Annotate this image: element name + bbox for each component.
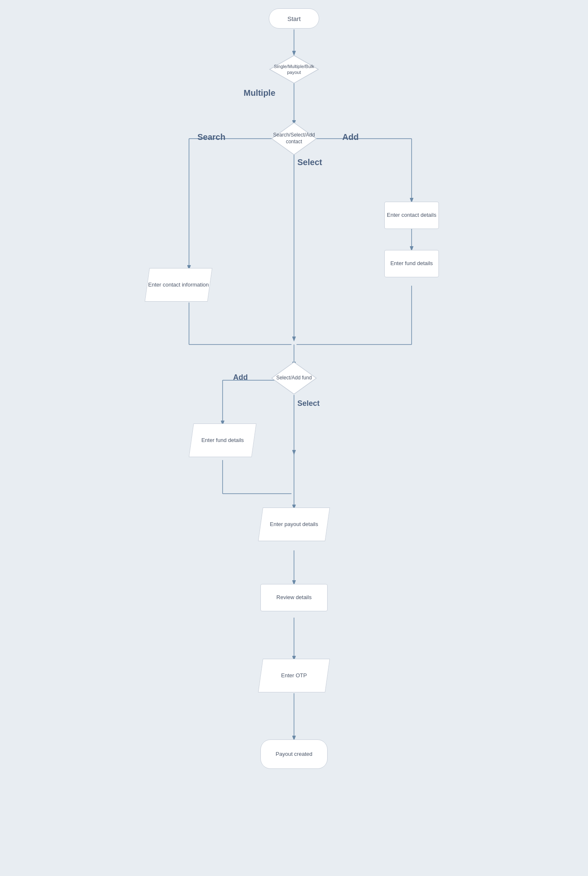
select-add-fund-diamond: Select/Add fund — [271, 361, 317, 395]
select-add-fund-label: Select/Add fund — [271, 361, 317, 395]
enter-fund-details-left-node: Enter fund details — [191, 424, 254, 457]
payout-created-node: Payout created — [260, 739, 328, 769]
enter-fund-details-left-label: Enter fund details — [192, 424, 254, 457]
enter-payout-details-node: Enter payout details — [260, 508, 328, 541]
select-branch-label: Select — [297, 158, 322, 167]
payout-type-diamond: Single/Multiple/Bulk payout — [269, 55, 319, 84]
enter-contact-info-node: Enter contact information — [147, 268, 210, 302]
enter-contact-info-label: Enter contact information — [147, 268, 210, 301]
enter-otp-node: Enter OTP — [260, 659, 328, 692]
enter-contact-details-node: Enter contact details — [384, 202, 439, 229]
select-branch-label-2: Select — [297, 399, 320, 408]
enter-fund-details-right-node: Enter fund details — [384, 250, 439, 277]
enter-payout-details-label: Enter payout details — [261, 508, 327, 541]
search-branch-label: Search — [197, 132, 226, 142]
search-select-add-label: Search/Select/Add contact — [271, 122, 317, 155]
review-details-node: Review details — [260, 584, 328, 611]
multiple-label: Multiple — [244, 88, 276, 98]
search-select-add-diamond: Search/Select/Add contact — [271, 122, 317, 155]
flowchart-container: Start Single/Multiple/Bulk payout Multip… — [105, 0, 483, 876]
add-branch-label: Add — [342, 132, 359, 142]
payout-type-label: Single/Multiple/Bulk payout — [269, 55, 319, 84]
start-node: Start — [269, 8, 319, 29]
add-branch-label-2: Add — [233, 373, 248, 382]
enter-otp-label: Enter OTP — [261, 659, 327, 692]
